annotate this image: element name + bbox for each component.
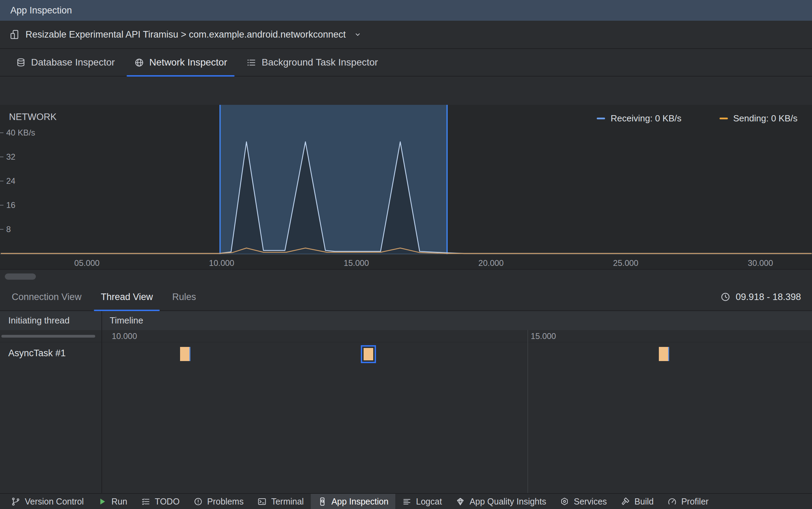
process-selector-label: Resizable Experimental API Tiramisu > co… xyxy=(26,29,346,40)
thread-table-body: AsyncTask #1 xyxy=(0,342,812,493)
x-axis-label: 25.000 xyxy=(613,258,638,268)
selected-time-range: 09.918 - 18.398 xyxy=(720,283,812,310)
tool-window-button-version-control[interactable]: Version Control xyxy=(4,494,91,509)
legend-item-receiving: Receiving: 0 KB/s xyxy=(597,113,681,124)
tool-window-label: Version Control xyxy=(25,497,84,507)
column-divider[interactable] xyxy=(101,311,102,493)
column-header-timeline[interactable]: Timeline xyxy=(101,315,143,326)
terminal-icon xyxy=(257,497,267,506)
chart-baseline xyxy=(0,254,812,254)
tool-window-button-build[interactable]: Build xyxy=(614,494,661,509)
thread-timeline-row[interactable] xyxy=(101,342,812,363)
x-axis-label: 05.000 xyxy=(74,258,99,268)
app-inspection-window: { "colors": { "accent": "#3574f0", "titl… xyxy=(0,0,812,509)
inspector-toolbar-strip xyxy=(0,77,812,105)
receiving-swatch xyxy=(597,118,605,119)
services-icon xyxy=(560,497,569,506)
tool-window-title-bar: App Inspection xyxy=(0,0,812,21)
tab-label: Background Task Inspector xyxy=(261,57,378,68)
time-range-label: 09.918 - 18.398 xyxy=(736,292,801,302)
build-icon xyxy=(621,497,630,506)
tab-label: Database Inspector xyxy=(31,57,115,68)
page-title: App Inspection xyxy=(10,5,72,16)
network-request-block-selected[interactable] xyxy=(364,348,373,360)
tool-window-button-terminal[interactable]: Terminal xyxy=(250,494,310,509)
tab-database-inspector[interactable]: Database Inspector xyxy=(6,49,125,76)
timeline-ruler-label: 15.000 xyxy=(531,331,556,341)
thread-name[interactable]: AsyncTask #1 xyxy=(8,348,66,359)
view-tab-bar: Connection View Thread View Rules 09.918… xyxy=(0,283,812,311)
tool-window-label: App Quality Insights xyxy=(469,497,546,507)
tab-connection-view[interactable]: Connection View xyxy=(2,283,91,310)
problems-icon xyxy=(194,497,203,506)
network-usage-chart[interactable]: NETWORK Receiving: 0 KB/s Sending: 0 KB/… xyxy=(0,105,812,269)
tool-window-label: Run xyxy=(111,497,127,507)
x-axis-label: 30.000 xyxy=(748,258,773,268)
tab-background-task-inspector[interactable]: Background Task Inspector xyxy=(237,49,387,76)
clock-icon xyxy=(720,292,731,302)
chart-legend: Receiving: 0 KB/s Sending: 0 KB/s xyxy=(597,113,798,124)
tab-network-inspector[interactable]: Network Inspector xyxy=(125,49,237,76)
legend-item-sending: Sending: 0 KB/s xyxy=(720,113,798,124)
tool-window-button-app-quality-insights[interactable]: App Quality Insights xyxy=(449,494,553,509)
timeline-gridline xyxy=(527,330,528,493)
logcat-icon xyxy=(402,497,412,506)
network-chart-canvas xyxy=(0,105,812,254)
timeline-ruler-label: 10.000 xyxy=(112,331,137,341)
legend-label: Receiving: 0 KB/s xyxy=(611,113,681,124)
profiler-icon xyxy=(667,497,677,506)
column-scrollbar-thumb[interactable] xyxy=(1,335,95,338)
branch-icon xyxy=(11,497,20,506)
gem-icon xyxy=(456,497,465,506)
chart-title: NETWORK xyxy=(9,112,57,122)
tool-window-label: Services xyxy=(574,497,607,507)
tool-window-label: Profiler xyxy=(681,497,709,507)
x-axis-label: 10.000 xyxy=(209,258,234,268)
tool-window-button-logcat[interactable]: Logcat xyxy=(395,494,449,509)
tool-window-button-run[interactable]: Run xyxy=(91,494,134,509)
legend-label: Sending: 0 KB/s xyxy=(733,113,798,124)
globe-icon xyxy=(134,58,144,68)
tool-window-button-profiler[interactable]: Profiler xyxy=(661,494,715,509)
process-selector-bar[interactable]: Resizable Experimental API Tiramisu > co… xyxy=(0,21,812,49)
run-icon xyxy=(98,497,107,506)
inspector-tab-bar: Database Inspector Network Inspector Bac… xyxy=(0,49,812,77)
network-request-block[interactable] xyxy=(180,347,190,361)
tab-label: Connection View xyxy=(12,292,81,302)
tool-window-button-todo[interactable]: TODO xyxy=(134,494,187,509)
tool-window-button-app-inspection[interactable]: App Inspection xyxy=(311,494,395,509)
tool-window-label: Logcat xyxy=(416,497,442,507)
horizontal-scrollbar-thumb[interactable] xyxy=(5,273,36,280)
tool-window-button-problems[interactable]: Problems xyxy=(187,494,251,509)
tab-thread-view[interactable]: Thread View xyxy=(91,283,162,310)
tool-window-label: Build xyxy=(634,497,654,507)
tool-window-label: TODO xyxy=(155,497,180,507)
task-list-icon xyxy=(246,58,256,68)
database-icon xyxy=(16,58,26,68)
receiving-series-line xyxy=(1,142,812,253)
timeline-ruler: 10.00015.000 xyxy=(0,330,812,342)
tab-rules[interactable]: Rules xyxy=(162,283,206,310)
x-axis-label: 20.000 xyxy=(478,258,504,268)
network-request-block[interactable] xyxy=(659,347,669,361)
tab-label: Rules xyxy=(172,292,196,302)
tool-window-bar: Version Control Run TODO Problems xyxy=(0,493,812,509)
thread-table-header: Initiating thread Timeline xyxy=(0,311,812,330)
chart-horizontal-scrollbar[interactable] xyxy=(0,269,812,283)
tool-window-label: App Inspection xyxy=(331,497,388,507)
tab-label: Network Inspector xyxy=(149,57,227,68)
tab-label: Thread View xyxy=(101,292,153,302)
tool-window-label: Terminal xyxy=(271,497,304,507)
app-inspection-icon xyxy=(318,497,327,506)
column-header-initiating-thread[interactable]: Initiating thread xyxy=(0,315,101,326)
sending-swatch xyxy=(720,118,728,119)
device-icon xyxy=(10,29,20,40)
tool-window-label: Problems xyxy=(207,497,244,507)
x-axis-label: 15.000 xyxy=(344,258,369,268)
todo-icon xyxy=(141,497,150,506)
tool-window-button-services[interactable]: Services xyxy=(553,494,614,509)
chevron-down-icon xyxy=(353,30,362,39)
